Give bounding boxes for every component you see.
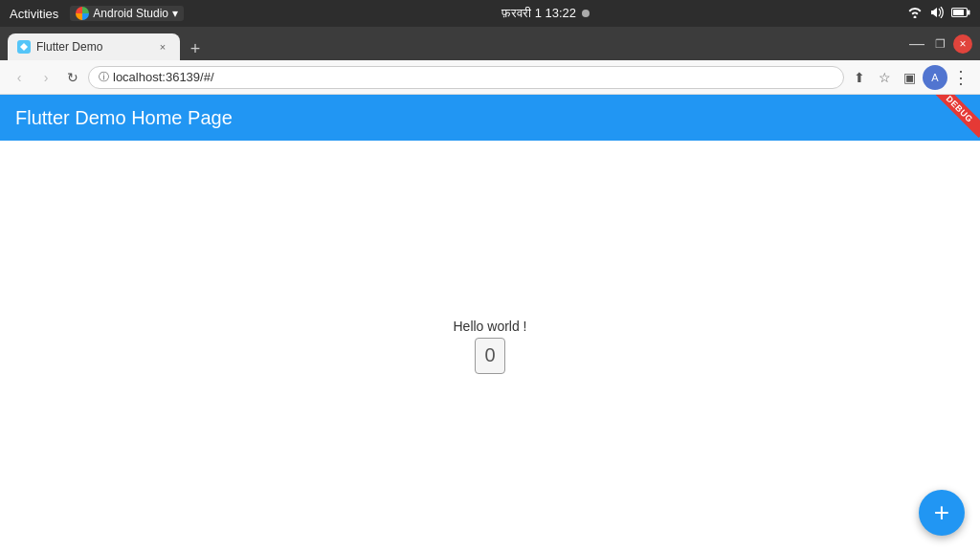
counter-value: 0 <box>484 344 495 366</box>
bookmark-button[interactable]: ☆ <box>873 66 896 89</box>
resize-button[interactable]: ❐ <box>930 34 949 54</box>
page-content: Hello world ! 0 + <box>0 141 980 551</box>
app-bar-title: Flutter Demo Home Page <box>15 107 233 129</box>
counter-display: 0 <box>475 338 505 374</box>
debug-banner: DEBUG <box>934 95 980 141</box>
tab-close-button[interactable]: × <box>155 39 170 55</box>
fab-button[interactable]: + <box>919 490 965 536</box>
url-text: localhost:36139/#/ <box>113 70 214 84</box>
hello-world-text: Hello world ! <box>453 319 526 334</box>
android-studio-icon <box>76 7 89 20</box>
menu-button[interactable]: ⋮ <box>949 66 972 89</box>
datetime-label: फ़रवरी 1 13:22 <box>501 6 576 21</box>
security-icon: ⓘ <box>99 70 109 84</box>
system-bar: Activities Android Studio ▾ फ़रवरी 1 13:… <box>0 0 980 27</box>
svg-rect-1 <box>968 10 970 14</box>
android-studio-label: Android Studio <box>93 7 168 20</box>
forward-button[interactable]: › <box>34 66 57 89</box>
wifi-icon <box>907 7 923 21</box>
share-button[interactable]: ⬆ <box>848 66 871 89</box>
dot-indicator <box>582 10 590 17</box>
android-studio-button[interactable]: Android Studio ▾ <box>70 6 184 21</box>
flutter-favicon <box>17 40 31 54</box>
android-studio-dropdown-arrow: ▾ <box>172 7 178 20</box>
tabs-button[interactable]: ▣ <box>898 66 921 89</box>
volume-icon <box>930 7 944 21</box>
address-bar[interactable]: ⓘ localhost:36139/#/ <box>88 66 844 89</box>
window-controls: — ❐ × <box>907 34 972 54</box>
tab-title: Flutter Demo <box>36 40 149 54</box>
reload-button[interactable]: ↻ <box>61 66 84 89</box>
close-button[interactable]: × <box>953 34 972 54</box>
battery-icon <box>951 7 970 21</box>
profile-button[interactable]: A <box>923 65 947 90</box>
back-button[interactable]: ‹ <box>8 66 31 89</box>
activities-label[interactable]: Activities <box>10 7 58 21</box>
nav-actions: ⬆ ☆ ▣ A ⋮ <box>848 65 972 90</box>
browser-chrome: Flutter Demo × + — ❐ × <box>0 27 980 60</box>
tab-bar: Flutter Demo × + <box>8 27 207 60</box>
fab-icon: + <box>934 497 949 528</box>
browser-tab[interactable]: Flutter Demo × <box>8 33 180 60</box>
svg-rect-2 <box>953 10 964 15</box>
minimize-button[interactable]: — <box>907 34 926 54</box>
app-bar: Flutter Demo Home Page DEBUG <box>0 95 980 141</box>
debug-banner-text: DEBUG <box>934 95 980 138</box>
nav-bar: ‹ › ↻ ⓘ localhost:36139/#/ ⬆ ☆ ▣ A ⋮ <box>0 60 980 95</box>
new-tab-button[interactable]: + <box>184 37 207 60</box>
